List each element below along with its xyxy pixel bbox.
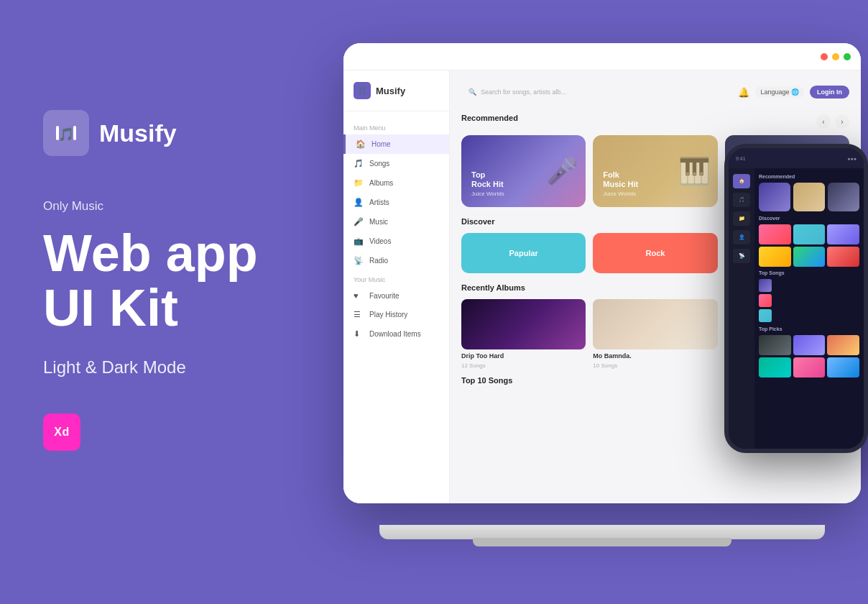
phone-grid-6[interactable] <box>827 247 859 267</box>
phone-status: ●●● <box>847 156 857 161</box>
sidebar-videos-label: Videos <box>369 237 391 245</box>
svg-text:🎵: 🎵 <box>58 127 75 142</box>
phone-grid2-5[interactable] <box>793 357 826 378</box>
home-icon: 🏠 <box>356 139 366 149</box>
phone-cards-row <box>759 183 859 211</box>
tagline: Only Music <box>43 199 316 214</box>
mic-deco: 🎤 <box>546 156 578 186</box>
albums-icon: 📁 <box>354 178 364 188</box>
logo-icon: 🎵 <box>43 110 89 156</box>
sidebar-item-radio[interactable]: 📡 Radio <box>343 251 449 270</box>
login-button[interactable]: Login In <box>810 86 849 99</box>
phone-time: 9:41 <box>736 156 746 161</box>
album-card-2[interactable]: Mo Bamnda. 10 Songs <box>593 299 717 369</box>
main-title: Web app UI Kit <box>43 226 316 335</box>
min-dot <box>832 53 839 60</box>
songs-icon: 🎵 <box>354 159 364 168</box>
disc-card-rock[interactable]: Rock <box>593 233 717 273</box>
sidebar-item-favourite[interactable]: ♥ Favourite <box>343 286 449 305</box>
search-input-wrap[interactable]: 🔍 Search for songs, artists alb... <box>461 82 731 102</box>
prev-arrow[interactable]: ‹ <box>816 114 831 129</box>
phone-discover-title: Discover <box>759 216 859 221</box>
phone-grid-2 <box>759 335 859 378</box>
phone-grid-1[interactable] <box>759 224 791 244</box>
history-icon: ☰ <box>354 310 364 319</box>
phone-nav-albums[interactable]: 📁 <box>733 211 750 226</box>
phone-card-3[interactable] <box>828 183 859 211</box>
download-icon: ⬇ <box>354 329 364 339</box>
phone-list-item-2[interactable] <box>759 294 859 307</box>
phone-topbar: 9:41 ●●● <box>729 148 864 168</box>
sidebar-item-videos[interactable]: 📺 Videos <box>343 232 449 251</box>
sidebar-logo-icon: 🎵 <box>354 82 371 99</box>
phone-grid <box>759 224 859 267</box>
sidebar-songs-label: Songs <box>369 160 389 168</box>
close-dot <box>821 53 828 60</box>
sidebar-item-history[interactable]: ☰ Play History <box>343 305 449 324</box>
phone-albums2-title: Top Picks <box>759 326 859 331</box>
sidebar: 🎵 Musify Main Menu 🏠 Home 🎵 Songs 📁 <box>343 70 450 503</box>
phone-main: Recommended Discover Top Songs <box>754 168 864 449</box>
phone-card-1[interactable] <box>759 183 790 211</box>
language-button[interactable]: Language 🌐 <box>755 86 804 98</box>
phone-grid2-1[interactable] <box>759 335 791 355</box>
sidebar-item-songs[interactable]: 🎵 Songs <box>343 154 449 173</box>
next-arrow[interactable]: › <box>835 114 849 129</box>
search-placeholder: Search for songs, artists alb... <box>481 88 566 96</box>
album-card-1[interactable]: Drip Too Hard 12 Songs <box>461 299 586 369</box>
sidebar-download-label: Download Items <box>369 330 421 338</box>
sidebar-home-label: Home <box>371 140 391 148</box>
phone-grid2-6[interactable] <box>827 357 859 378</box>
menu-label: Main Menu <box>343 119 449 134</box>
phone-grid-4[interactable] <box>759 247 791 267</box>
phone-grid2-2[interactable] <box>793 335 826 355</box>
phone-list-item-3[interactable] <box>759 309 859 322</box>
album-songs-1: 12 Songs <box>461 362 586 369</box>
phone-list-item-1[interactable] <box>759 279 859 292</box>
sidebar-item-music[interactable]: 🎤 Music <box>343 212 449 232</box>
phone-nav-home[interactable]: 🏠 <box>733 174 750 188</box>
sidebar-history-label: Play History <box>369 311 407 319</box>
phone-content: 🏠 🎵 📁 👤 📡 Recommended Discover <box>729 168 864 449</box>
topbar-actions: 🔔 Language 🌐 Login In <box>738 86 849 99</box>
phone-albums-title: Top Songs <box>759 270 859 275</box>
sidebar-music-label: Music <box>369 218 388 226</box>
sidebar-brand-text: Musify <box>376 86 405 96</box>
sidebar-favourite-label: Favourite <box>369 292 400 300</box>
rec-card-folk[interactable]: 🎹 FolkMusic Hit Juice Worlds <box>593 135 717 207</box>
album-songs-2: 10 Songs <box>593 362 717 369</box>
rec-card-rock[interactable]: 🎤 TopRock Hit Juice Worlds <box>461 135 586 207</box>
phone-nav-songs[interactable]: 🎵 <box>733 193 750 207</box>
phone-thumb-3 <box>759 309 772 322</box>
phone-grid2-4[interactable] <box>759 357 791 378</box>
phone-nav-artists[interactable]: 👤 <box>733 230 750 244</box>
app-name: Musify <box>99 119 177 147</box>
sidebar-artists-label: Artists <box>369 198 389 206</box>
favourite-icon: ♥ <box>354 291 364 300</box>
artists-icon: 👤 <box>354 198 364 207</box>
sidebar-item-download[interactable]: ⬇ Download Items <box>343 324 449 344</box>
folk-card-subtitle: Juice Worlds <box>603 191 707 197</box>
notification-icon[interactable]: 🔔 <box>738 87 749 98</box>
phone-grid-5[interactable] <box>793 247 826 267</box>
phone-grid-3[interactable] <box>827 224 859 244</box>
phone-mockup: 9:41 ●●● 🏠 🎵 📁 👤 📡 Recommended Discover <box>724 144 868 453</box>
subtitle: Light & Dark Mode <box>43 357 316 378</box>
radio-icon: 📡 <box>354 256 364 265</box>
phone-card-2[interactable] <box>793 183 825 211</box>
disc-card-popular[interactable]: Papular <box>461 233 586 273</box>
phone-thumb-2 <box>759 294 772 307</box>
nav-arrows: ‹ › <box>816 114 849 129</box>
album-img-2 <box>593 299 717 349</box>
phone-rec-title: Recommended <box>759 174 859 179</box>
max-dot <box>844 53 851 60</box>
sidebar-item-artists[interactable]: 👤 Artists <box>343 193 449 212</box>
sidebar-item-albums[interactable]: 📁 Albums <box>343 173 449 193</box>
phone-nav-radio[interactable]: 📡 <box>733 249 750 263</box>
search-bar: 🔍 Search for songs, artists alb... 🔔 Lan… <box>461 82 849 102</box>
os-topbar <box>343 43 861 70</box>
sidebar-item-home[interactable]: 🏠 Home <box>343 134 449 154</box>
phone-grid2-3[interactable] <box>827 335 859 355</box>
phone-grid-2[interactable] <box>793 224 826 244</box>
search-icon: 🔍 <box>468 88 476 96</box>
